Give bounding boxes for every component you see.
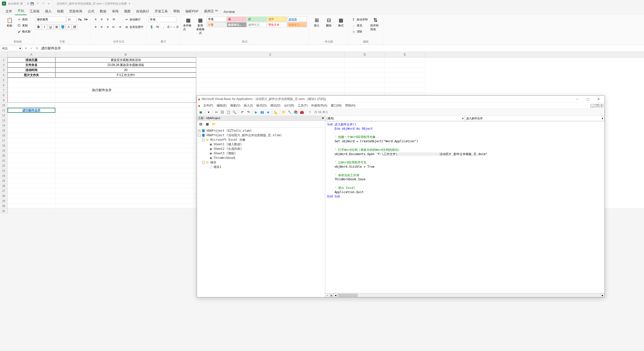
row-header[interactable]: 21 bbox=[0, 158, 8, 163]
vbe-mdi-restore[interactable]: ❐ bbox=[595, 104, 599, 108]
cell[interactable] bbox=[55, 153, 196, 158]
row-header[interactable]: 11 bbox=[0, 108, 8, 113]
number-format-select[interactable] bbox=[149, 17, 176, 22]
tab-home[interactable]: 开始 bbox=[15, 7, 27, 15]
vbe-scroll-track[interactable] bbox=[338, 294, 600, 297]
indent-increase-button[interactable]: ⇥ bbox=[117, 24, 123, 30]
row-header[interactable]: 17 bbox=[0, 138, 8, 143]
cell[interactable] bbox=[385, 73, 425, 78]
cell[interactable] bbox=[345, 57, 385, 62]
cell[interactable] bbox=[196, 78, 345, 83]
cell[interactable] bbox=[8, 133, 55, 138]
vbe-excel-button[interactable]: ▣ bbox=[198, 110, 204, 115]
cell[interactable]: F:\\工作文件\\ bbox=[55, 73, 196, 78]
cell[interactable] bbox=[8, 198, 55, 203]
border-button[interactable]: ⊞ bbox=[54, 24, 59, 30]
insert-cells-button[interactable]: ⊞插入 bbox=[311, 17, 322, 28]
vbe-procedure-dropdown[interactable]: 进入邮件合并▾ bbox=[465, 116, 605, 121]
row-header[interactable]: 22 bbox=[0, 163, 8, 168]
increase-decimal-button[interactable]: .0→ bbox=[167, 24, 172, 30]
cell[interactable] bbox=[385, 78, 425, 83]
tree-item[interactable]: -📘VBAProject (活动照片_邮件合并信息模版_宏.xlsm) bbox=[198, 133, 324, 137]
decrease-decimal-button[interactable]: ←.0 bbox=[173, 24, 178, 30]
vbe-titlebar[interactable]: ◆ Microsoft Visual Basic for Application… bbox=[197, 96, 605, 103]
cell[interactable] bbox=[345, 73, 385, 78]
vbe-run-button[interactable]: ▶ bbox=[253, 110, 259, 115]
row-header[interactable]: 19 bbox=[0, 148, 8, 153]
cell[interactable]: 照片文件夹 bbox=[8, 73, 55, 78]
cell[interactable] bbox=[8, 208, 55, 214]
vbe-menu-view[interactable]: 视图(V) bbox=[229, 103, 242, 108]
cell[interactable] bbox=[8, 138, 55, 143]
copy-button[interactable]: ⿻复制 bbox=[16, 23, 31, 28]
row-header[interactable]: 6 bbox=[0, 83, 8, 88]
cancel-formula-button[interactable]: ✕ bbox=[23, 46, 29, 51]
format-cells-button[interactable]: ▦格式 bbox=[335, 17, 346, 28]
cell[interactable] bbox=[8, 158, 55, 163]
vbe-browser-button[interactable]: 📚 bbox=[293, 110, 299, 115]
sort-filter-button[interactable]: ⇅排序和筛选 bbox=[370, 17, 381, 32]
style-warn[interactable]: 警告文本 bbox=[267, 22, 287, 27]
row-header[interactable]: 14 bbox=[0, 123, 8, 128]
vbe-object-dropdown[interactable]: (通用)▾ bbox=[325, 116, 465, 121]
tree-item[interactable]: ▦Sheet1 (键入数据) bbox=[198, 142, 324, 147]
tab-draw[interactable]: 绘图 bbox=[55, 8, 66, 15]
cell[interactable]: 23.09.26-紧急安全疏散演练 bbox=[55, 62, 196, 67]
vbe-help-button[interactable]: ? bbox=[307, 110, 312, 115]
vbe-properties-button[interactable]: 🔧 bbox=[287, 110, 293, 115]
vbe-copy-button[interactable]: ⿻ bbox=[220, 110, 225, 115]
cell[interactable] bbox=[55, 148, 196, 153]
style-good[interactable]: 好 bbox=[247, 17, 267, 22]
align-top-button[interactable]: ≡ bbox=[93, 17, 98, 22]
align-middle-button[interactable]: ≡ bbox=[99, 17, 104, 22]
tab-automate[interactable]: 自动执行 bbox=[134, 8, 152, 15]
tree-item[interactable]: -📁模块 bbox=[198, 160, 324, 165]
vbe-menu-format[interactable]: 格式(O) bbox=[255, 103, 268, 108]
col-header-C[interactable]: C bbox=[196, 52, 345, 57]
cell[interactable] bbox=[196, 57, 345, 62]
cell[interactable] bbox=[55, 118, 196, 123]
cell[interactable] bbox=[196, 88, 345, 93]
cell[interactable] bbox=[8, 153, 55, 158]
italic-button[interactable]: I bbox=[42, 24, 47, 30]
row-header[interactable]: 24 bbox=[0, 173, 8, 178]
tab-developer[interactable]: 开发工具 bbox=[152, 8, 170, 15]
style-linkcell[interactable]: 链接单元... bbox=[287, 22, 307, 27]
cell[interactable] bbox=[55, 203, 196, 208]
vbe-design-button[interactable]: 📐 bbox=[273, 110, 279, 115]
cell[interactable] bbox=[385, 88, 425, 93]
cell[interactable] bbox=[55, 183, 196, 188]
cell[interactable] bbox=[8, 183, 55, 188]
cell[interactable] bbox=[55, 123, 196, 128]
fill-color-button[interactable]: 🪣 bbox=[60, 24, 65, 30]
cell[interactable] bbox=[8, 113, 55, 118]
vbe-menu-tools[interactable]: 工具(T) bbox=[296, 103, 309, 108]
row-header[interactable]: 31 bbox=[0, 208, 8, 214]
fill-button[interactable]: ↓填充 bbox=[351, 23, 369, 28]
wrap-text-button[interactable]: ↩自动换行 bbox=[124, 17, 144, 22]
cut-button[interactable]: ✂剪切 bbox=[16, 17, 31, 22]
tab-view[interactable]: 视图 bbox=[122, 8, 133, 15]
accounting-button[interactable]: 💲 bbox=[149, 24, 154, 30]
cell[interactable] bbox=[55, 113, 196, 118]
cell[interactable] bbox=[8, 178, 55, 183]
cell[interactable]: 20 bbox=[55, 67, 196, 73]
cell[interactable] bbox=[8, 103, 55, 108]
cell[interactable] bbox=[385, 57, 425, 62]
cell[interactable] bbox=[196, 83, 345, 88]
vbe-mdi-close[interactable]: ✕ bbox=[599, 104, 603, 108]
cell[interactable] bbox=[55, 108, 196, 113]
vbe-menu-file[interactable]: 文件(F) bbox=[202, 103, 215, 108]
cell[interactable] bbox=[385, 62, 425, 67]
clear-button[interactable]: ◇清除 bbox=[351, 29, 369, 34]
delete-cells-button[interactable]: ⊟删除 bbox=[323, 17, 334, 28]
vbe-project-button[interactable]: 📁 bbox=[281, 110, 287, 115]
select-all-button[interactable] bbox=[0, 52, 8, 57]
cell-styles-gallery[interactable]: 常规 差 好 适中 超链接 计算 检查单元... 解释性文... 警告文本 链接… bbox=[207, 17, 307, 27]
fx-button[interactable]: fx bbox=[34, 46, 40, 51]
vbe-toggle-folders-button[interactable]: 📁 bbox=[211, 121, 217, 127]
tree-item[interactable]: ▦Sheet3 (预制) bbox=[198, 151, 324, 156]
row-header[interactable]: 30 bbox=[0, 203, 8, 208]
vbe-menu-window[interactable]: 窗口(W) bbox=[329, 103, 343, 108]
cell[interactable] bbox=[55, 178, 196, 183]
